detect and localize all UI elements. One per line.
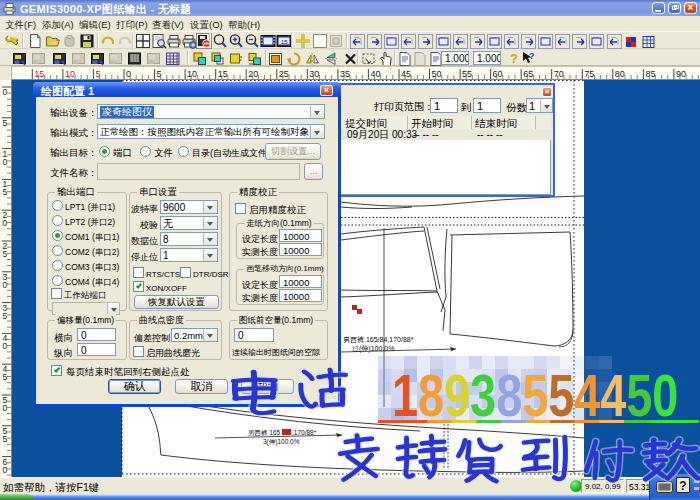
svg-text:0: 0 xyxy=(3,218,8,228)
svg-text:?: ? xyxy=(510,51,518,66)
svg-text:20: 20 xyxy=(248,69,258,79)
svg-text:10: 10 xyxy=(65,69,75,79)
svg-text:65: 65 xyxy=(523,69,533,79)
svg-text:55: 55 xyxy=(462,69,472,79)
svg-text:?: ? xyxy=(529,51,535,61)
svg-text:5: 5 xyxy=(3,434,8,444)
svg-text:5: 5 xyxy=(3,372,8,382)
svg-text:85: 85 xyxy=(645,69,655,79)
svg-text:3(伸)100.0%: 3(伸)100.0% xyxy=(263,438,300,446)
svg-text:0: 0 xyxy=(3,465,8,475)
svg-text:5: 5 xyxy=(3,187,8,197)
svg-text:90: 90 xyxy=(676,69,686,79)
svg-text:50: 50 xyxy=(432,69,442,79)
svg-text:60: 60 xyxy=(493,69,503,79)
svg-text:70: 70 xyxy=(554,69,564,79)
svg-text:45: 45 xyxy=(401,69,411,79)
svg-text:0: 0 xyxy=(3,87,8,97)
svg-text:男西裤 165: 男西裤 165 xyxy=(248,429,281,437)
svg-text:男西裤 165/84,170/88*: 男西裤 165/84,170/88* xyxy=(343,336,414,344)
svg-text:25: 25 xyxy=(279,69,289,79)
svg-text:5: 5 xyxy=(3,118,8,128)
svg-text:0: 0 xyxy=(3,403,8,413)
svg-text:,170/88*: ,170/88* xyxy=(292,429,317,436)
svg-text:80: 80 xyxy=(615,69,625,79)
svg-text:30: 30 xyxy=(309,69,319,79)
svg-text:0: 0 xyxy=(3,157,8,167)
svg-text:5: 5 xyxy=(3,311,8,321)
svg-text:10: 10 xyxy=(187,69,197,79)
svg-text:15: 15 xyxy=(281,39,288,45)
svg-text:0: 0 xyxy=(3,280,8,290)
svg-text:5: 5 xyxy=(3,249,8,259)
svg-text:15: 15 xyxy=(218,69,228,79)
svg-text:15: 15 xyxy=(34,69,44,79)
svg-text:0: 0 xyxy=(3,341,8,351)
svg-text:75: 75 xyxy=(584,69,594,79)
svg-text:35: 35 xyxy=(340,69,350,79)
svg-text:40: 40 xyxy=(370,69,380,79)
